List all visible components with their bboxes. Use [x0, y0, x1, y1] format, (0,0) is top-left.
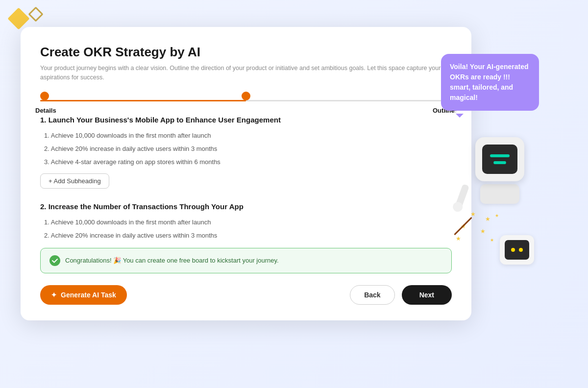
wand-stick: [454, 217, 472, 235]
robot-head: [475, 137, 524, 181]
nav-buttons: Back Next: [350, 285, 452, 305]
speech-bubble-text: Voila! Your AI-generated OKRs are ready …: [450, 63, 529, 101]
progress-line-fill: [40, 100, 246, 101]
objective-1-kr-2: 2. Achieve 20% increase in daily active …: [40, 145, 452, 152]
robot-mouth: [493, 161, 506, 164]
generate-ai-label: Generate AI Task: [61, 291, 116, 299]
robot-arm: [455, 184, 469, 209]
star-6: ★: [490, 238, 494, 242]
speech-bubble: Voila! Your AI-generated OKRs are ready …: [441, 54, 539, 111]
star-5: ★: [456, 235, 461, 242]
congrats-banner: Congratulations! 🎉 You can create one fr…: [40, 248, 452, 273]
generate-ai-button[interactable]: ✦ Generate AI Task: [40, 285, 127, 305]
objective-2-title: 2. Increase the Number of Transactions T…: [40, 202, 452, 211]
magic-stars: ★ ★ ★ ★ ★ ★ ★: [451, 211, 500, 250]
main-card: Create OKR Strategy by AI Your product j…: [21, 27, 471, 320]
progress-bar: Details Outline Done: [40, 96, 452, 116]
objective-1-title: 1. Launch Your Business's Mobile App to …: [40, 116, 452, 124]
robot-small-head: [500, 235, 534, 265]
footer-actions: ✦ Generate AI Task Back Next: [40, 285, 452, 305]
objectives-area: 1. Launch Your Business's Mobile App to …: [40, 116, 452, 239]
page-subtitle: Your product journey begins with a clear…: [40, 64, 442, 82]
objective-1: 1. Launch Your Business's Mobile App to …: [40, 116, 452, 198]
progress-labels: Details Outline Done: [40, 107, 452, 114]
congrats-check-icon: [49, 255, 60, 266]
deco-diamond-2: [28, 6, 43, 22]
mascot-area: Voila! Your AI-generated OKRs are ready …: [456, 29, 588, 363]
sparkle-icon: ✦: [51, 291, 57, 299]
page-title: Create OKR Strategy by AI: [40, 45, 452, 60]
objective-2: 2. Increase the Number of Transactions T…: [40, 202, 452, 239]
robot-screen: [482, 145, 517, 174]
robot-small: [500, 235, 539, 265]
step-label-details: Details: [35, 107, 56, 114]
robot-small-face: [505, 240, 529, 260]
add-subheading-button[interactable]: + Add Subheading: [40, 173, 109, 189]
star-7: ★: [495, 213, 499, 218]
robot-torso: [480, 184, 519, 204]
step-dot-outline: [242, 92, 250, 100]
next-button[interactable]: Next: [402, 285, 452, 305]
star-1: ★: [470, 211, 476, 218]
objective-1-kr-3: 3. Achieve 4-star average rating on app …: [40, 158, 452, 166]
robot-small-eye-left: [511, 248, 515, 252]
robot-main: [466, 137, 534, 216]
step-dot-details: [40, 92, 49, 100]
star-4: ★: [480, 228, 486, 235]
congrats-text: Congratulations! 🎉 You can create one fr…: [65, 257, 279, 264]
star-2: ★: [485, 216, 490, 222]
robot-small-eye-right: [519, 248, 523, 252]
back-button[interactable]: Back: [350, 285, 394, 305]
deco-diamond-1: [7, 7, 29, 29]
objective-1-kr-1: 1. Achieve 10,000 downloads in the first…: [40, 132, 452, 139]
robot-eye: [490, 154, 510, 157]
objective-2-kr-1: 1. Achieve 10,000 downloads in the first…: [40, 218, 452, 226]
robot-small-eyes: [511, 248, 523, 252]
objective-2-kr-2: 2. Achieve 20% increase in daily active …: [40, 232, 452, 239]
